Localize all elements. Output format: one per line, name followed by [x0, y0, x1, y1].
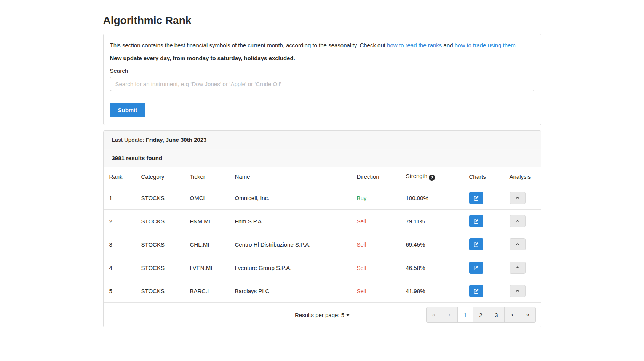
search-input[interactable] [110, 77, 534, 91]
chart-button[interactable] [469, 192, 483, 204]
caret-down-icon [346, 314, 349, 316]
ticker-cell: BARC.L [185, 279, 230, 303]
column-header-direction: Direction [352, 167, 401, 186]
chart-button[interactable] [469, 238, 483, 250]
table-row: 5 STOCKS BARC.L Barclays PLC Sell 41.98% [104, 279, 541, 303]
chart-button[interactable] [469, 285, 483, 297]
rank-cell: 3 [104, 233, 136, 256]
edit-chart-icon [473, 265, 479, 271]
pagination-first-button[interactable]: « [426, 307, 442, 323]
table-header-row: Rank Category Ticker Name Direction Stre… [104, 167, 541, 186]
pagination-next-button[interactable]: › [504, 307, 520, 323]
name-cell: Centro Hl Distribuzione S.P.A. [230, 233, 352, 256]
intro-description: This section contains the best financial… [110, 42, 534, 49]
edit-chart-icon [473, 218, 479, 224]
how-to-read-ranks-link[interactable]: how to read the ranks [387, 42, 442, 48]
results-card: Last Update:Friday, June 30th 2023 3981 … [103, 130, 541, 327]
category-cell: STOCKS [136, 210, 185, 233]
rank-cell: 5 [104, 279, 136, 303]
edit-chart-icon [473, 288, 479, 294]
name-cell: Omnicell, Inc. [230, 186, 352, 210]
chevron-up-icon [515, 218, 520, 224]
results-count: 3981 results found [104, 149, 541, 167]
strength-cell: 69.45% [401, 233, 464, 256]
last-update-label: Last Update: [112, 136, 144, 143]
column-header-ticker: Ticker [185, 167, 230, 186]
table-footer: Results per page: 5 « ‹ 123› » [104, 303, 541, 327]
table-row: 4 STOCKS LVEN.MI Lventure Group S.P.A. S… [104, 256, 541, 279]
chevron-up-icon [515, 265, 520, 270]
rank-cell: 4 [104, 256, 136, 279]
analysis-toggle-button[interactable] [510, 262, 526, 274]
direction-cell: Buy [352, 186, 401, 210]
charts-cell [464, 186, 504, 210]
intro-card: This section contains the best financial… [103, 34, 541, 125]
rank-cell: 1 [104, 186, 136, 210]
column-header-charts: Charts [464, 167, 504, 186]
strength-cell: 79.11% [401, 210, 464, 233]
page-title: Algorithmic Rank [103, 14, 541, 27]
category-cell: STOCKS [136, 186, 185, 210]
rank-cell: 2 [104, 210, 136, 233]
charts-cell [464, 256, 504, 279]
main-container: Algorithmic Rank This section contains t… [103, 0, 541, 327]
chevron-up-icon [515, 288, 520, 294]
analysis-cell [504, 233, 541, 256]
results-table: Rank Category Ticker Name Direction Stre… [104, 167, 541, 303]
search-label: Search [110, 67, 534, 74]
chart-button[interactable] [469, 262, 483, 274]
ticker-cell: LVEN.MI [185, 256, 230, 279]
column-header-strength-label: Strength [406, 173, 428, 179]
column-header-strength: Strength? [401, 167, 464, 186]
column-header-category: Category [136, 167, 185, 186]
edit-chart-icon [473, 242, 479, 247]
table-row: 2 STOCKS FNM.MI Fnm S.P.A. Sell 79.11% [104, 210, 541, 233]
results-per-page-label: Results per page: 5 [295, 312, 344, 318]
intro-description-text: This section contains the best financial… [110, 42, 385, 48]
pagination-last-button[interactable]: » [520, 307, 536, 323]
chevron-up-icon [515, 195, 520, 201]
column-header-rank: Rank [104, 167, 136, 186]
analysis-cell [504, 256, 541, 279]
category-cell: STOCKS [136, 279, 185, 303]
strength-cell: 100.00% [401, 186, 464, 210]
analysis-cell [504, 186, 541, 210]
update-note: New update every day, from monday to sat… [110, 55, 534, 61]
column-header-analysis: Analysis [504, 167, 541, 186]
ticker-cell: CHL.MI [185, 233, 230, 256]
pagination-page-button-1[interactable]: 1 [457, 307, 473, 323]
results-table-body: 1 STOCKS OMCL Omnicell, Inc. Buy 100.00% [104, 186, 541, 303]
how-to-trade-link[interactable]: how to trade using them. [455, 42, 517, 48]
strength-help-icon[interactable]: ? [429, 175, 435, 181]
pagination-prev-button[interactable]: ‹ [442, 307, 458, 323]
charts-cell [464, 210, 504, 233]
last-update-bar: Last Update:Friday, June 30th 2023 [104, 131, 541, 149]
pagination-page-button-3[interactable]: 3 [489, 307, 505, 323]
results-per-page-dropdown[interactable]: Results per page: 5 [295, 312, 349, 318]
analysis-toggle-button[interactable] [510, 192, 526, 204]
intro-description-and: and [444, 42, 453, 48]
analysis-cell [504, 279, 541, 303]
analysis-toggle-button[interactable] [510, 215, 526, 227]
pagination-page-button-2[interactable]: 2 [473, 307, 489, 323]
analysis-toggle-button[interactable] [510, 238, 526, 250]
column-header-name: Name [230, 167, 352, 186]
name-cell: Barclays PLC [230, 279, 352, 303]
table-row: 3 STOCKS CHL.MI Centro Hl Distribuzione … [104, 233, 541, 256]
chevron-up-icon [515, 242, 520, 247]
category-cell: STOCKS [136, 256, 185, 279]
strength-cell: 46.58% [401, 256, 464, 279]
direction-cell: Sell [352, 210, 401, 233]
edit-chart-icon [473, 195, 479, 201]
submit-button[interactable]: Submit [110, 103, 145, 117]
charts-cell [464, 233, 504, 256]
name-cell: Fnm S.P.A. [230, 210, 352, 233]
category-cell: STOCKS [136, 233, 185, 256]
direction-cell: Sell [352, 256, 401, 279]
name-cell: Lventure Group S.P.A. [230, 256, 352, 279]
chart-button[interactable] [469, 215, 483, 227]
strength-cell: 41.98% [401, 279, 464, 303]
analysis-toggle-button[interactable] [510, 285, 526, 297]
analysis-cell [504, 210, 541, 233]
direction-cell: Sell [352, 279, 401, 303]
